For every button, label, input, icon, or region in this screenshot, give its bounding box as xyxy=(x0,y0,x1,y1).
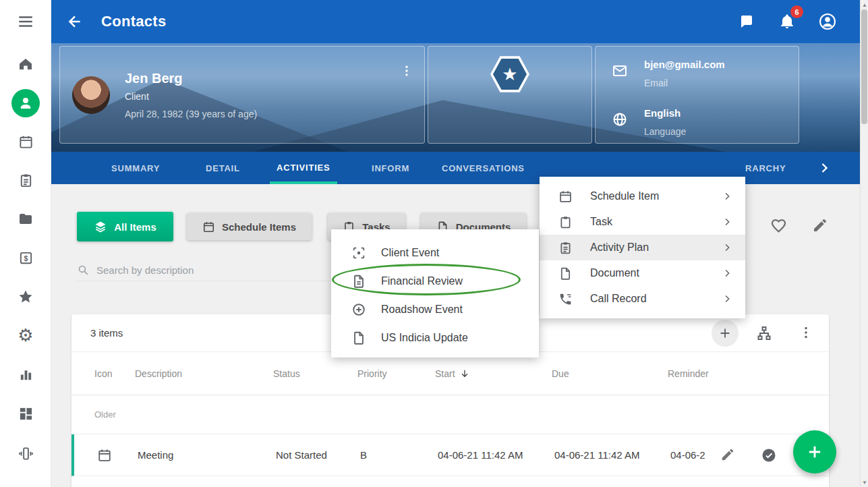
cell-description: Meeting xyxy=(138,449,276,461)
hamburger-menu-button[interactable] xyxy=(11,7,40,36)
tab-detail[interactable]: DETAIL xyxy=(206,152,240,184)
group-row-older: Older xyxy=(71,395,829,434)
notifications-button[interactable]: 6 xyxy=(774,8,801,35)
tab-summary[interactable]: SUMMARY xyxy=(111,152,160,184)
add-item-button[interactable] xyxy=(712,320,739,347)
pencil-icon xyxy=(720,447,735,462)
column-priority[interactable]: Priority xyxy=(357,368,435,379)
sidebar-item-tasks[interactable] xyxy=(11,166,40,194)
fab-add-button[interactable] xyxy=(793,430,836,474)
scroll-down-arrow[interactable]: ▼ xyxy=(861,478,868,487)
back-button[interactable] xyxy=(66,13,84,30)
meeting-calendar-icon xyxy=(97,448,138,463)
column-status[interactable]: Status xyxy=(273,368,357,379)
svg-text:$: $ xyxy=(24,254,28,262)
plus-circle-icon xyxy=(351,302,366,317)
filter-all-items-button[interactable]: All Items xyxy=(77,212,173,241)
submenu-item-roadshow-event[interactable]: Roadshow Event xyxy=(331,295,539,324)
sidebar-item-billing[interactable]: $ xyxy=(11,244,40,272)
hierarchy-icon xyxy=(756,325,772,341)
filter-schedule-items-button[interactable]: Schedule Items xyxy=(187,213,312,240)
kebab-icon xyxy=(400,64,413,78)
calendar-icon xyxy=(558,190,573,204)
profile-role: Client xyxy=(125,91,149,102)
column-due[interactable]: Due xyxy=(552,368,668,379)
top-app-bar: Contacts 6 xyxy=(51,0,860,43)
edit-button[interactable] xyxy=(812,217,828,233)
sidebar-item-calendar[interactable] xyxy=(11,127,40,156)
calendar-icon xyxy=(18,134,34,150)
layers-icon xyxy=(94,220,107,233)
chevron-right-icon xyxy=(721,241,733,254)
hierarchy-view-button[interactable] xyxy=(756,325,772,341)
focus-event-icon xyxy=(351,246,366,260)
cell-priority: B xyxy=(360,449,438,461)
menu-item-activity-plan[interactable]: Activity Plan xyxy=(540,235,745,260)
chevron-right-icon xyxy=(721,190,733,202)
row-edit-button[interactable] xyxy=(720,447,735,462)
profile-card-menu-button[interactable] xyxy=(397,61,416,80)
column-start[interactable]: Start xyxy=(435,368,552,379)
submenu-item-client-event[interactable]: Client Event xyxy=(331,239,539,267)
sidebar-item-documents[interactable] xyxy=(11,205,40,233)
chat-button[interactable] xyxy=(733,8,760,35)
column-icon[interactable]: Icon xyxy=(94,368,135,379)
scroll-up-arrow[interactable]: ▲ xyxy=(861,0,868,9)
gear-icon: ⚙ xyxy=(18,326,33,344)
calendar-icon xyxy=(202,221,215,233)
tab-inform[interactable]: INFORM xyxy=(372,152,409,184)
sidebar-item-home[interactable] xyxy=(11,50,40,78)
account-button[interactable] xyxy=(814,8,841,35)
page-title: Contacts xyxy=(101,13,167,30)
favorite-toggle[interactable] xyxy=(770,217,788,235)
sidebar-item-mobile[interactable] xyxy=(11,439,40,467)
folder-icon xyxy=(18,211,34,227)
cell-start: 04-06-21 11:42 AM xyxy=(438,449,554,461)
menu-item-task[interactable]: Task xyxy=(540,209,745,235)
table-row[interactable]: Meeting Not Started B 04-06-21 11:42 AM … xyxy=(71,434,829,476)
app-sidebar: $ ⚙ xyxy=(0,0,51,487)
vertical-scrollbar[interactable]: ▲ ▼ xyxy=(860,0,868,487)
chevron-right-icon xyxy=(721,267,733,279)
tab-conversations[interactable]: CONVERSATIONS xyxy=(442,152,525,184)
menu-item-document[interactable]: Document xyxy=(540,260,745,286)
email-icon xyxy=(612,63,628,79)
tab-hierarchy-partial[interactable]: RARCHY xyxy=(745,152,786,184)
sidebar-item-settings[interactable]: ⚙ xyxy=(11,321,40,349)
row-complete-button[interactable] xyxy=(761,447,777,463)
notification-badge: 6 xyxy=(790,5,803,18)
sidebar-item-reports[interactable] xyxy=(11,360,40,389)
add-activity-menu: Schedule Item Task Activity Plan Documen… xyxy=(540,177,745,318)
menu-item-schedule-item[interactable]: Schedule Item xyxy=(540,183,745,209)
filter-label: Schedule Items xyxy=(222,221,296,233)
sidebar-item-dashboard[interactable] xyxy=(11,399,40,428)
chevron-right-icon xyxy=(721,293,733,305)
document-icon xyxy=(558,266,573,281)
tabs-scroll-right-button[interactable] xyxy=(816,160,832,176)
chevron-right-icon xyxy=(816,160,832,176)
menu-item-call-record[interactable]: Call Record xyxy=(540,286,745,312)
submenu-item-us-indicia-update[interactable]: US Indicia Update xyxy=(331,324,539,352)
column-reminder[interactable]: Reminder xyxy=(668,368,829,379)
filter-label: All Items xyxy=(114,221,156,233)
submenu-item-financial-review[interactable]: Financial Review xyxy=(331,267,539,295)
tab-activities[interactable]: ACTIVITIES xyxy=(270,152,337,184)
column-description[interactable]: Description xyxy=(135,368,273,379)
sidebar-item-favorites[interactable] xyxy=(11,283,40,311)
profile-birthdate: April 28, 1982 (39 years of age) xyxy=(125,109,257,119)
pencil-icon xyxy=(812,217,828,233)
language-label: Language xyxy=(644,126,686,137)
cell-status: Not Started xyxy=(276,449,360,461)
list-menu-button[interactable] xyxy=(799,325,813,340)
vibrate-phone-icon xyxy=(18,446,34,461)
menu-icon xyxy=(17,13,34,30)
contacts-icon xyxy=(18,95,34,111)
plus-icon xyxy=(718,326,732,341)
items-count: 3 items xyxy=(90,327,123,339)
bar-chart-icon xyxy=(18,367,34,382)
scrollbar-thumb[interactable] xyxy=(861,9,867,124)
chat-icon xyxy=(739,13,755,30)
dashboard-icon xyxy=(18,406,34,422)
sidebar-item-contacts[interactable] xyxy=(11,89,40,117)
language-value: English xyxy=(644,107,681,119)
